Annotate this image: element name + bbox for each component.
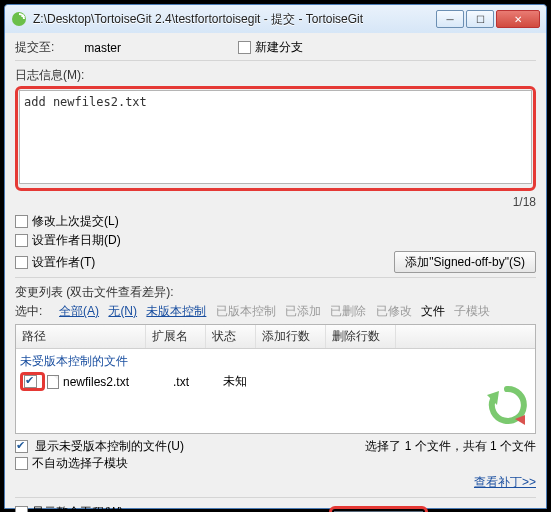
new-branch-checkbox[interactable]	[238, 41, 251, 54]
branch-name: master	[84, 41, 121, 55]
commit-button-highlight: 提交(O)	[329, 506, 428, 512]
selection-stats: 选择了 1 个文件，共有 1 个文件	[365, 438, 536, 455]
titlebar[interactable]: Z:\Desktop\TortoiseGit 2.4\testfortortoi…	[5, 5, 546, 33]
filter-none[interactable]: 无(N)	[108, 304, 137, 318]
col-path[interactable]: 路径	[16, 325, 146, 348]
filter-versioned: 已版本控制	[216, 304, 276, 318]
show-unversioned-checkbox[interactable]	[15, 440, 28, 453]
new-branch-label: 新建分支	[255, 39, 303, 56]
show-whole-checkbox[interactable]	[15, 506, 28, 512]
app-icon	[11, 11, 27, 27]
commit-dialog: Z:\Desktop\TortoiseGit 2.4\testfortortoi…	[4, 4, 547, 509]
show-whole-label: 显示整个工程(W)	[32, 504, 123, 512]
filter-deleted: 已删除	[330, 304, 366, 318]
col-status[interactable]: 状态	[206, 325, 256, 348]
col-add[interactable]: 添加行数	[256, 325, 326, 348]
client-area: 提交至: master 新建分支 日志信息(M): 1/18 修改上次提交(L)…	[5, 33, 546, 512]
set-date-checkbox[interactable]	[15, 234, 28, 247]
file-ext: .txt	[173, 375, 223, 389]
window-controls: ─ ☐ ✕	[436, 10, 540, 28]
log-message-label: 日志信息(M):	[15, 67, 536, 84]
refresh-icon	[485, 383, 529, 427]
filter-files[interactable]: 文件	[421, 304, 445, 318]
file-checkbox[interactable]	[24, 375, 37, 388]
set-author-checkbox[interactable]	[15, 256, 28, 269]
log-message-input[interactable]	[19, 90, 532, 184]
view-patch-link[interactable]: 查看补丁>>	[15, 474, 536, 491]
show-unversioned-label: 显示未受版本控制的文件(U)	[35, 439, 184, 453]
char-counter: 1/18	[15, 195, 536, 209]
col-del[interactable]: 删除行数	[326, 325, 396, 348]
amend-label: 修改上次提交(L)	[32, 213, 119, 230]
file-list[interactable]: 路径 扩展名 状态 添加行数 删除行数 未受版本控制的文件 newfiles2.…	[15, 324, 536, 434]
log-message-highlight	[15, 86, 536, 191]
file-row[interactable]: newfiles2.txt .txt 未知	[20, 372, 531, 391]
close-button[interactable]: ✕	[496, 10, 540, 28]
file-icon	[47, 375, 59, 389]
filter-all[interactable]: 全部(A)	[59, 304, 99, 318]
amend-checkbox[interactable]	[15, 215, 28, 228]
file-list-header: 路径 扩展名 状态 添加行数 删除行数	[16, 325, 535, 349]
changes-header: 变更列表 (双击文件查看差异):	[15, 284, 536, 301]
file-name: newfiles2.txt	[63, 375, 173, 389]
no-autoselect-label: 不自动选择子模块	[32, 455, 128, 472]
signed-off-button[interactable]: 添加"Signed-off-by"(S)	[394, 251, 536, 273]
window-title: Z:\Desktop\TortoiseGit 2.4\testfortortoi…	[33, 11, 436, 28]
minimize-button[interactable]: ─	[436, 10, 464, 28]
file-checkbox-highlight	[20, 372, 45, 391]
filter-label: 选中:	[15, 304, 42, 318]
group-unversioned: 未受版本控制的文件	[20, 351, 531, 372]
filter-unversioned[interactable]: 未版本控制	[146, 304, 206, 318]
filter-modified: 已修改	[376, 304, 412, 318]
set-date-label: 设置作者日期(D)	[32, 232, 121, 249]
filter-submodules: 子模块	[454, 304, 490, 318]
file-status: 未知	[223, 373, 273, 390]
filter-row: 选中: 全部(A) 无(N) 未版本控制 已版本控制 已添加 已删除 已修改 文…	[15, 303, 536, 320]
col-ext[interactable]: 扩展名	[146, 325, 206, 348]
commit-to-label: 提交至:	[15, 39, 54, 56]
no-autoselect-checkbox[interactable]	[15, 457, 28, 470]
filter-added: 已添加	[285, 304, 321, 318]
maximize-button[interactable]: ☐	[466, 10, 494, 28]
set-author-label: 设置作者(T)	[32, 254, 95, 271]
